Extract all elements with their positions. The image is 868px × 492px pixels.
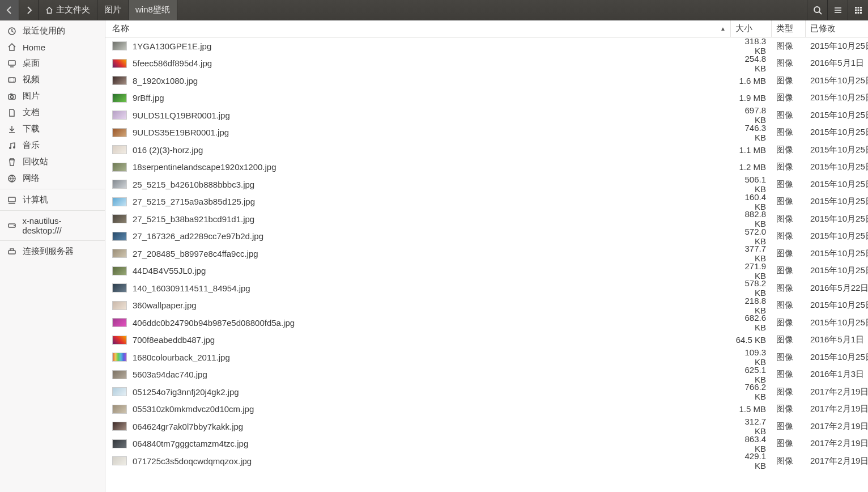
sidebar-item-label: 文档 — [23, 107, 40, 118]
search-button[interactable] — [807, 0, 827, 20]
file-modified-cell: 2015年10月25日 — [806, 92, 868, 103]
sidebar-item-label: 最近使用的 — [23, 26, 65, 36]
view-list-button[interactable] — [827, 0, 848, 20]
music-icon — [7, 141, 17, 151]
breadcrumb-segment[interactable]: 图片 — [97, 0, 129, 20]
chevron-left-icon — [5, 6, 14, 15]
breadcrumb: 主文件夹图片win8壁纸 — [39, 0, 177, 20]
file-row[interactable]: 140_160309114511_84954.jpg578.2 KB图像2016… — [105, 279, 868, 297]
file-row[interactable]: 27_208485_b8997e8c4ffa9cc.jpg377.7 KB图像2… — [105, 245, 868, 262]
toolbar-spacer — [177, 0, 807, 20]
file-row[interactable]: 016 (2)(3)-horz.jpg1.1 MB图像2015年10月25日 — [105, 141, 868, 159]
sidebar-item[interactable]: 下载 — [0, 121, 105, 137]
sidebar-item[interactable]: Home — [0, 39, 105, 55]
file-thumbnail-icon — [112, 128, 127, 137]
sidebar-item-label: 图片 — [23, 91, 40, 101]
file-size-cell: 254.8 KB — [731, 54, 772, 73]
forward-button[interactable] — [19, 0, 39, 20]
sidebar-item[interactable]: 音乐 — [0, 137, 105, 154]
sidebar-item[interactable]: 桌面 — [0, 55, 105, 71]
sidebar-item[interactable]: 视频 — [0, 71, 105, 88]
file-name-label: 18serpentinelandscape1920x1200.jpg — [133, 162, 276, 172]
file-row[interactable]: 055310zk0mkmdvcz0d10cm.jpg1.5 MB图像2017年2… — [105, 401, 868, 418]
file-row[interactable]: 360wallpaper.jpg218.8 KB图像2015年10月25日 — [105, 297, 868, 315]
file-modified-cell: 2015年10月25日 — [806, 127, 868, 138]
file-size-cell: 109.3 KB — [731, 347, 772, 367]
file-row[interactable]: 9ULDS35E19BR0001.jpg746.3 KB图像2015年10月25… — [105, 124, 868, 142]
file-row[interactable]: 9rBff.jpg1.9 MB图像2015年10月25日 — [105, 90, 868, 107]
file-thumbnail-icon — [112, 318, 127, 327]
file-modified-cell: 2015年10月25日 — [806, 196, 868, 207]
file-row[interactable]: 071725c3s5doqcwdqmqzox.jpg429.1 KB图像2017… — [105, 452, 868, 470]
file-row[interactable]: 27_167326_ad2289cc7e97b2d.jpg572.0 KB图像2… — [105, 228, 868, 245]
file-row[interactable]: 5603a94dac740.jpg625.1 KB图像2016年1月3日 — [105, 366, 868, 384]
file-thumbnail-icon — [112, 214, 127, 223]
file-name-cell: 27_5215_b38ba921bcd91d1.jpg — [105, 214, 731, 224]
sidebar-item[interactable]: x-nautilus-desktop:/// — [0, 213, 105, 238]
column-header-size-label: 大小 — [735, 23, 752, 34]
breadcrumb-segment[interactable]: 主文件夹 — [39, 0, 97, 20]
file-row[interactable]: 18serpentinelandscape1920x1200.jpg1.2 MB… — [105, 159, 868, 176]
file-thumbnail-icon — [112, 197, 127, 206]
column-header-type[interactable]: 类型 — [772, 20, 806, 37]
sidebar-item-label: 桌面 — [23, 58, 40, 69]
file-row[interactable]: 064624gr7ak0l7bby7kakk.jpg312.7 KB图像2017… — [105, 418, 868, 435]
sidebar-item-label: 计算机 — [23, 194, 48, 205]
sidebar-item-label: 回收站 — [23, 156, 48, 167]
sidebar-item[interactable]: 网络 — [0, 170, 105, 186]
file-name-cell: 051254o7ig3nnfj20j4gk2.jpg — [105, 387, 731, 397]
sidebar-item[interactable]: 回收站 — [0, 154, 105, 170]
column-header-name[interactable]: 名称 ▲ — [105, 20, 731, 37]
file-modified-cell: 2015年10月25日 — [806, 231, 868, 241]
file-name-label: 9rBff.jpg — [133, 93, 164, 103]
file-row[interactable]: 1680colourback_2011.jpg109.3 KB图像2015年10… — [105, 349, 868, 366]
file-row[interactable]: 27_5215_b38ba921bcd91d1.jpg882.8 KB图像201… — [105, 210, 868, 228]
svg-rect-12 — [857, 12, 859, 14]
file-type-cell: 图像 — [772, 300, 806, 311]
file-row[interactable]: 051254o7ig3nnfj20j4gk2.jpg766.2 KB图像2017… — [105, 383, 868, 401]
file-row[interactable]: 5feec586df895d4.jpg254.8 KB图像2016年5月1日 — [105, 55, 868, 73]
sidebar-item[interactable]: 图片 — [0, 88, 105, 104]
file-name-label: 27_167326_ad2289cc7e97b2d.jpg — [133, 231, 263, 241]
file-name-label: 406ddc0b24790b94b987e5d08800fd5a.jpg — [133, 318, 295, 328]
file-modified-cell: 2015年10月25日 — [806, 352, 868, 363]
file-size-cell: 572.0 KB — [731, 227, 772, 246]
file-size-cell: 271.9 KB — [731, 261, 772, 281]
file-row[interactable]: 406ddc0b24790b94b987e5d08800fd5a.jpg682.… — [105, 314, 868, 332]
file-row[interactable]: 700f8eabeddb487.jpg64.5 KB图像2016年5月1日 — [105, 332, 868, 349]
column-header-size[interactable]: 大小 — [731, 20, 772, 37]
file-row[interactable]: 27_5215_2715a9a3b85d125.jpg160.4 KB图像201… — [105, 193, 868, 211]
file-thumbnail-icon — [112, 283, 127, 292]
file-row[interactable]: 8_1920x1080.jpg1.6 MB图像2015年10月25日 — [105, 72, 868, 90]
file-modified-cell: 2017年2月19日 — [806, 421, 868, 432]
sidebar-item[interactable]: 最近使用的 — [0, 23, 105, 39]
file-row[interactable]: 44D4B4V55JL0.jpg271.9 KB图像2015年10月25日 — [105, 262, 868, 280]
svg-point-25 — [9, 147, 11, 149]
file-row[interactable]: 064840tm7gggctamzm4tzc.jpg863.4 KB图像2017… — [105, 435, 868, 453]
view-grid-button[interactable] — [848, 0, 868, 20]
file-name-label: 1680colourback_2011.jpg — [133, 353, 230, 362]
file-thumbnail-icon — [112, 41, 127, 50]
sidebar-item[interactable]: 文档 — [0, 104, 105, 121]
file-type-cell: 图像 — [772, 317, 806, 328]
column-header-modified[interactable]: 已修改 — [806, 20, 868, 37]
svg-rect-32 — [8, 251, 15, 254]
file-name-cell: 071725c3s5doqcwdqmqzox.jpg — [105, 456, 731, 466]
file-row[interactable]: 9ULDS1LQ19BR0001.jpg697.8 KB图像2015年10月25… — [105, 107, 868, 124]
breadcrumb-segment[interactable]: win8壁纸 — [129, 0, 177, 20]
file-row[interactable]: 25_5215_b42610b888bbbc3.jpg506.1 KB图像201… — [105, 176, 868, 193]
chevron-right-icon — [24, 6, 33, 15]
svg-rect-28 — [8, 197, 15, 202]
sidebar-item[interactable]: 计算机 — [0, 192, 105, 208]
sidebar-item[interactable]: 连接到服务器 — [0, 243, 105, 260]
svg-rect-6 — [857, 7, 859, 9]
grid-view-icon — [854, 6, 863, 15]
file-modified-cell: 2015年10月25日 — [806, 110, 868, 121]
file-type-cell: 图像 — [772, 352, 806, 363]
file-row[interactable]: 1YGA130GPE1E.jpg318.3 KB图像2015年10月25日 — [105, 37, 868, 55]
file-rows[interactable]: 1YGA130GPE1E.jpg318.3 KB图像2015年10月25日5fe… — [105, 37, 868, 492]
back-button[interactable] — [0, 0, 19, 20]
file-size-cell: 766.2 KB — [731, 382, 772, 401]
file-type-cell: 图像 — [772, 58, 806, 69]
file-name-label: 27_5215_2715a9a3b85d125.jpg — [133, 197, 255, 206]
